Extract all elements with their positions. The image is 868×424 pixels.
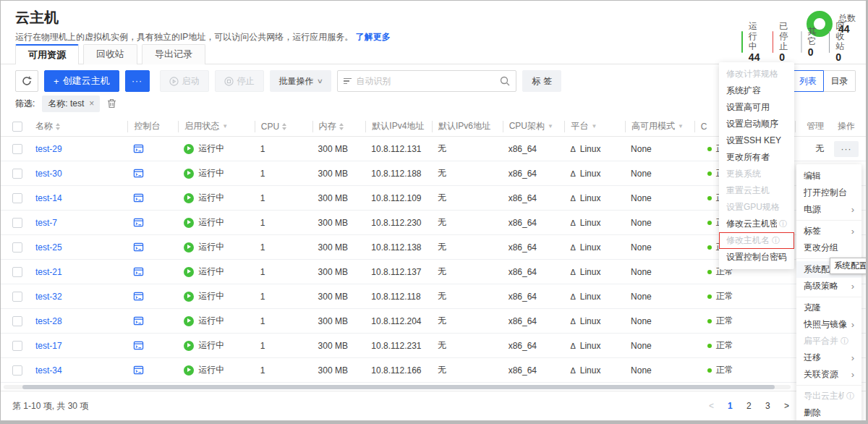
row-checkbox[interactable] <box>12 341 22 351</box>
search-icon[interactable] <box>500 76 510 86</box>
play-circle-icon <box>169 77 179 86</box>
horizontal-scrollbar-thumb[interactable] <box>22 385 775 389</box>
vm-name-link[interactable]: test-7 <box>35 218 57 228</box>
vm-name-link[interactable]: test-25 <box>35 242 62 253</box>
vm-name-link[interactable]: test-21 <box>35 267 62 277</box>
console-icon[interactable] <box>133 266 144 277</box>
row-checkbox[interactable] <box>12 169 22 179</box>
menu-item-克隆[interactable]: 克隆 <box>796 300 861 316</box>
console-icon[interactable] <box>133 365 144 376</box>
filter-funnel-icon[interactable]: ▼ <box>548 123 553 130</box>
vm-name-link[interactable]: test-29 <box>35 144 62 154</box>
stat-label: 回收站 <box>835 21 846 51</box>
menu-item-设置控制台密码[interactable]: 设置控制台密码 <box>719 249 794 266</box>
menu-item-设置GPU规格[interactable]: 设置GPU规格 <box>719 199 794 216</box>
create-vm-button[interactable]: + 创建云主机 <box>44 70 119 92</box>
vm-name-link[interactable]: test-28 <box>35 316 62 326</box>
console-icon[interactable] <box>133 242 144 253</box>
menu-item-label: 设置SSH KEY <box>726 135 781 147</box>
console-icon[interactable] <box>133 192 144 203</box>
menu-item-高级策略[interactable]: 高级策略› <box>796 278 861 294</box>
stop-button[interactable]: 停止 <box>215 70 264 92</box>
horizontal-scrollbar-track[interactable] <box>4 385 791 389</box>
filter-chip[interactable]: 名称: test × <box>42 96 100 112</box>
menu-item-关联资源[interactable]: 关联资源› <box>796 366 861 383</box>
row-actions-button[interactable]: ··· <box>834 141 859 157</box>
view-dir-button[interactable]: 目录 <box>824 70 856 92</box>
menu-item-标签[interactable]: 标签› <box>796 223 861 239</box>
row-checkbox[interactable] <box>12 242 22 253</box>
menu-item-设置高可用[interactable]: 设置高可用 <box>719 99 794 116</box>
health-dot-icon <box>707 294 712 299</box>
console-icon[interactable] <box>133 340 144 351</box>
row-checkbox[interactable] <box>12 218 22 228</box>
chip-close-icon[interactable]: × <box>89 98 94 109</box>
page-button-1[interactable]: 1 <box>722 397 738 415</box>
menu-item-修改计算规格[interactable]: 修改计算规格 <box>719 66 794 82</box>
menu-item-扁平合并[interactable]: 扁平合并ⓘ <box>796 333 861 349</box>
menu-item-删除[interactable]: 删除 <box>796 404 861 421</box>
page-button-3[interactable]: 3 <box>760 397 775 415</box>
cpu-value: 1 <box>260 316 265 326</box>
menu-item-导出云主机[interactable]: 导出云主机ⓘ <box>796 388 861 404</box>
tab-回收站[interactable]: 回收站 <box>83 44 137 64</box>
filter-funnel-icon[interactable]: ▼ <box>222 123 228 130</box>
menu-item-打开控制台[interactable]: 打开控制台 <box>796 185 861 201</box>
console-icon[interactable] <box>133 168 144 179</box>
vm-name-link[interactable]: test-14 <box>35 193 62 203</box>
row-checkbox[interactable] <box>12 365 22 376</box>
vm-name-link[interactable]: test-17 <box>35 341 62 351</box>
row-checkbox[interactable] <box>12 144 22 154</box>
vm-name-link[interactable]: test-34 <box>35 365 62 376</box>
health-dot-icon <box>707 171 712 176</box>
prev-page-button[interactable]: < <box>703 397 719 415</box>
table-row: test-32 运行中 1 300 MB 10.8.112.118 无 x86_… <box>1 284 866 309</box>
sort-icon[interactable] <box>56 123 60 130</box>
sort-icon[interactable] <box>339 123 344 130</box>
batch-actions-button[interactable]: 批量操作 ∨ <box>270 70 332 92</box>
menu-item-更换系统[interactable]: 更换系统 <box>719 166 794 182</box>
console-icon[interactable] <box>133 143 144 154</box>
clear-filters-button[interactable] <box>107 98 116 109</box>
page-button-2[interactable]: 2 <box>741 397 757 415</box>
stat-value: 0 <box>835 51 846 63</box>
tab-可用资源[interactable]: 可用资源 <box>15 44 79 64</box>
menu-item-修改主机名[interactable]: 修改主机名ⓘ <box>719 232 794 249</box>
menu-item-快照与镜像[interactable]: 快照与镜像› <box>796 316 861 333</box>
vm-name-link[interactable]: test-32 <box>35 292 62 302</box>
next-page-button[interactable]: > <box>778 397 794 415</box>
select-all-checkbox[interactable] <box>12 122 22 132</box>
menu-item-编辑[interactable]: 编辑 <box>796 168 861 185</box>
console-icon[interactable] <box>133 217 144 228</box>
menu-item-设置启动顺序[interactable]: 设置启动顺序 <box>719 116 794 132</box>
view-list-button[interactable]: 列表 <box>792 70 824 92</box>
sort-icon[interactable] <box>282 123 286 130</box>
menu-item-设置SSH KEY[interactable]: 设置SSH KEY <box>719 132 794 149</box>
ipv6-value: 无 <box>438 315 446 327</box>
enable-state: 运行中 <box>198 364 224 376</box>
vm-name-link[interactable]: test-30 <box>35 169 62 179</box>
tab-导出记录[interactable]: 导出记录 <box>142 44 205 64</box>
filter-funnel-icon[interactable]: ▼ <box>678 123 684 130</box>
menu-item-迁移[interactable]: 迁移› <box>796 349 861 366</box>
console-icon[interactable] <box>133 315 144 326</box>
start-button[interactable]: 启动 <box>160 70 209 92</box>
menu-item-更改所有者[interactable]: 更改所有者 <box>719 149 794 166</box>
menu-item-电源[interactable]: 电源› <box>796 201 861 218</box>
filter-funnel-icon[interactable]: ▼ <box>591 123 597 130</box>
menu-item-更改分组[interactable]: 更改分组 <box>796 239 861 256</box>
menu-item-重置云主机[interactable]: 重置云主机 <box>719 182 794 199</box>
create-more-button[interactable]: ··· <box>125 70 150 92</box>
console-icon[interactable] <box>133 291 144 302</box>
row-checkbox[interactable] <box>12 267 22 277</box>
filter-lines-icon <box>344 78 352 85</box>
row-checkbox[interactable] <box>12 316 22 326</box>
refresh-button[interactable] <box>15 70 38 92</box>
tag-button[interactable]: 标签 <box>522 70 561 92</box>
search-input[interactable] <box>356 76 495 86</box>
learn-more-link[interactable]: 了解更多 <box>356 32 391 42</box>
menu-item-系统扩容[interactable]: 系统扩容 <box>719 82 794 99</box>
row-checkbox[interactable] <box>12 193 22 203</box>
row-checkbox[interactable] <box>12 292 22 302</box>
menu-item-修改云主机密码[interactable]: 修改云主机密码ⓘ <box>719 216 794 232</box>
